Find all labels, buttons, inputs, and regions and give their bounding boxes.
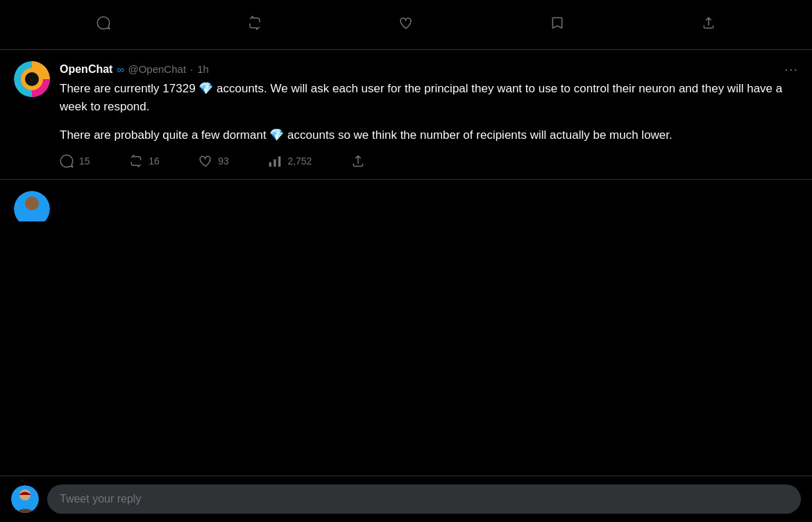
like-count: 93 <box>218 155 229 167</box>
tweet-text: There are currently 17329 💎 accounts. We… <box>60 80 798 144</box>
svg-rect-4 <box>274 159 276 167</box>
share-icon[interactable] <box>702 16 716 34</box>
retweet-icon[interactable] <box>248 16 262 34</box>
dot-separator: · <box>190 63 193 75</box>
views-action[interactable]: 2,752 <box>268 154 312 168</box>
verified-badge: ∞ <box>117 64 124 75</box>
comment-action[interactable]: 15 <box>60 154 90 168</box>
tweet-time: 1h <box>197 63 209 75</box>
tweet-body: OpenChat ∞ @OpenChat · 1h ··· There are … <box>60 61 798 168</box>
tweet-author-info: OpenChat ∞ @OpenChat · 1h <box>60 63 209 76</box>
comment-icon[interactable] <box>96 16 110 34</box>
tweet-actions: 15 16 93 <box>60 154 365 168</box>
reply-avatar <box>11 485 39 513</box>
svg-point-7 <box>25 196 39 210</box>
bookmark-icon[interactable] <box>550 16 564 34</box>
more-options-button[interactable]: ··· <box>784 61 798 77</box>
tweet-paragraph-1: There are currently 17329 💎 accounts. We… <box>60 80 798 115</box>
reply-placeholder: Tweet your reply <box>60 493 141 505</box>
partial-avatar <box>14 191 50 221</box>
reply-input[interactable]: Tweet your reply <box>47 485 801 514</box>
retweet-count: 16 <box>149 155 160 167</box>
partial-tweet <box>0 180 812 221</box>
avatar[interactable] <box>14 61 50 97</box>
like-icon[interactable] <box>399 16 413 34</box>
author-handle[interactable]: @OpenChat <box>128 63 186 75</box>
reply-bar: Tweet your reply <box>0 475 812 522</box>
tweet-card: OpenChat ∞ @OpenChat · 1h ··· There are … <box>0 50 812 180</box>
svg-point-2 <box>25 72 39 86</box>
like-action[interactable]: 93 <box>198 154 229 168</box>
svg-rect-3 <box>269 162 271 167</box>
tweet-paragraph-2: There are probably quite a few dormant 💎… <box>60 126 798 144</box>
top-action-bar <box>0 0 812 50</box>
tweet-header: OpenChat ∞ @OpenChat · 1h ··· <box>60 61 798 77</box>
svg-rect-5 <box>278 156 280 167</box>
author-avatar-col <box>14 61 50 168</box>
comment-count: 15 <box>79 155 90 167</box>
views-count: 2,752 <box>287 155 312 167</box>
share-action[interactable] <box>351 154 365 168</box>
retweet-action[interactable]: 16 <box>129 154 160 168</box>
author-name: OpenChat <box>60 63 112 76</box>
